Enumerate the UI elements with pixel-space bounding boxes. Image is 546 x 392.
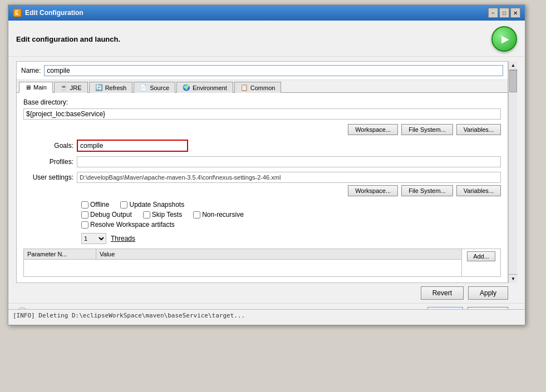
debug-output-label: Debug Output [90,211,132,219]
checkbox-row-2: Debug Output Skip Tests Non-recursive [81,211,501,219]
params-side: Add... [461,249,500,276]
params-table-body [24,260,461,276]
title-controls: − □ ✕ [488,8,520,18]
update-snapshots-label: Update Snapshots [129,201,184,209]
inner-scrollbar: ▲ ▼ [508,61,517,283]
params-table-header: Parameter N... Value [24,249,461,260]
minimize-button[interactable]: − [488,8,498,18]
update-snapshots-checkbox-item[interactable]: Update Snapshots [120,201,184,209]
tabs-bar: 🖥 Main ☕ JRE 🔄 Refresh 📄 [17,80,508,93]
debug-output-checkbox-item[interactable]: Debug Output [81,211,132,219]
file-system-button-1[interactable]: File System... [401,124,453,135]
tab-refresh-icon: 🔄 [95,84,103,91]
user-settings-input[interactable] [77,172,501,183]
base-directory-section: Base directory: [23,98,501,122]
name-input[interactable] [44,65,503,76]
debug-output-checkbox[interactable] [81,211,88,219]
skip-tests-checkbox-item[interactable]: Skip Tests [143,211,182,219]
tab-refresh-label: Refresh [105,85,127,91]
params-col-name-header: Parameter N... [24,249,96,259]
resolve-workspace-label: Resolve Workspace artifacts [90,221,175,229]
tab-environment[interactable]: 🌍 Environment [176,82,233,93]
variables-button-1[interactable]: Variables... [456,124,501,135]
title-bar-left: E Edit Configuration [13,8,83,17]
tab-source-label: Source [150,85,169,91]
main-content-area: Name: 🖥 Main ☕ JRE [8,57,525,283]
add-parameter-button[interactable]: Add... [467,251,495,261]
workspace-button-2[interactable]: Workspace... [348,185,398,196]
profiles-label: Profiles: [23,158,73,166]
svg-text:E: E [15,10,19,16]
offline-checkbox[interactable] [81,201,88,209]
title-bar: E Edit Configuration − □ ✕ [8,5,525,21]
update-snapshots-checkbox[interactable] [120,201,127,209]
offline-label: Offline [90,201,109,209]
dialog-title: Edit Configuration [25,9,83,17]
skip-tests-label: Skip Tests [152,211,182,219]
revert-button[interactable]: Revert [421,286,464,300]
skip-tests-checkbox[interactable] [143,211,150,219]
config-panel: Name: 🖥 Main ☕ JRE [16,61,508,283]
non-recursive-label: Non-recursive [202,211,244,219]
goals-input[interactable] [77,140,188,152]
tab-common[interactable]: 📋 Common [234,82,282,93]
user-settings-label: User settings: [23,173,73,181]
params-main: Parameter N... Value [24,249,461,276]
scroll-thumb[interactable] [509,70,517,92]
params-table-wrapper: Parameter N... Value Add... [23,249,501,277]
tab-main-icon: 🖥 [25,84,31,91]
scroll-arrow-up[interactable]: ▲ [509,61,518,70]
close-button[interactable]: ✕ [510,8,520,18]
user-settings-btn-row: Workspace... File System... Variables... [23,185,501,196]
profiles-row: Profiles: [23,156,501,167]
edit-configuration-dialog: E Edit Configuration − □ ✕ Edit configur… [8,4,525,325]
dialog-icon: E [13,8,22,17]
checkboxes-section: Offline Update Snapshots Deb [81,201,501,229]
tab-jre-label: JRE [70,85,82,91]
variables-button-2[interactable]: Variables... [456,185,501,196]
tab-source-icon: 📄 [140,84,147,91]
tab-source[interactable]: 📄 Source [134,82,175,93]
restore-button[interactable]: □ [499,8,509,18]
scroll-arrow-down[interactable]: ▼ [509,274,518,283]
resolve-workspace-checkbox[interactable] [81,221,88,229]
workspace-button-1[interactable]: Workspace... [348,124,398,135]
header-section: Edit configuration and launch. [8,21,525,57]
threads-row: 1 2 4 8 Threads [81,233,501,244]
config-with-scroll: Name: 🖥 Main ☕ JRE [16,61,517,283]
tab-common-icon: 📋 [240,84,248,91]
resolve-workspace-checkbox-item[interactable]: Resolve Workspace artifacts [81,221,175,229]
base-directory-label-row: Base directory: [23,98,501,106]
name-row: Name: [17,62,508,80]
profiles-input[interactable] [77,156,501,167]
threads-select[interactable]: 1 2 4 8 [81,233,106,244]
non-recursive-checkbox-item[interactable]: Non-recursive [193,211,244,219]
action-buttons-row: Revert Apply [8,283,525,303]
tab-jre[interactable]: ☕ JRE [54,82,88,93]
name-label: Name: [21,67,41,75]
tab-refresh[interactable]: 🔄 Refresh [89,82,133,93]
checkbox-row-3: Resolve Workspace artifacts [81,221,501,229]
header-subtitle: Edit configuration and launch. [16,35,120,43]
log-line: [INFO] Deleting D:\eclipseWorkSpace\mave… [8,309,525,325]
tab-jre-icon: ☕ [60,84,68,91]
run-launch-icon[interactable] [491,26,517,52]
goals-row: Goals: [23,140,501,152]
offline-checkbox-item[interactable]: Offline [81,201,109,209]
base-directory-label: Base directory: [23,98,68,106]
desktop: E Edit Configuration − □ ✕ Edit configur… [0,0,546,392]
threads-label: Threads [111,235,135,242]
apply-button[interactable]: Apply [468,286,508,300]
tab-main-label: Main [33,84,47,91]
checkbox-row-1: Offline Update Snapshots [81,201,501,209]
scroll-track [509,70,517,274]
tab-main[interactable]: 🖥 Main [19,82,53,93]
tab-environment-label: Environment [193,85,227,91]
file-system-button-2[interactable]: File System... [401,185,453,196]
base-directory-input[interactable] [23,108,501,120]
user-settings-row: User settings: [23,172,501,183]
base-directory-btn-row: Workspace... File System... Variables... [23,124,501,135]
tab-common-label: Common [250,85,276,91]
tab-environment-icon: 🌍 [183,84,190,91]
non-recursive-checkbox[interactable] [193,211,200,219]
